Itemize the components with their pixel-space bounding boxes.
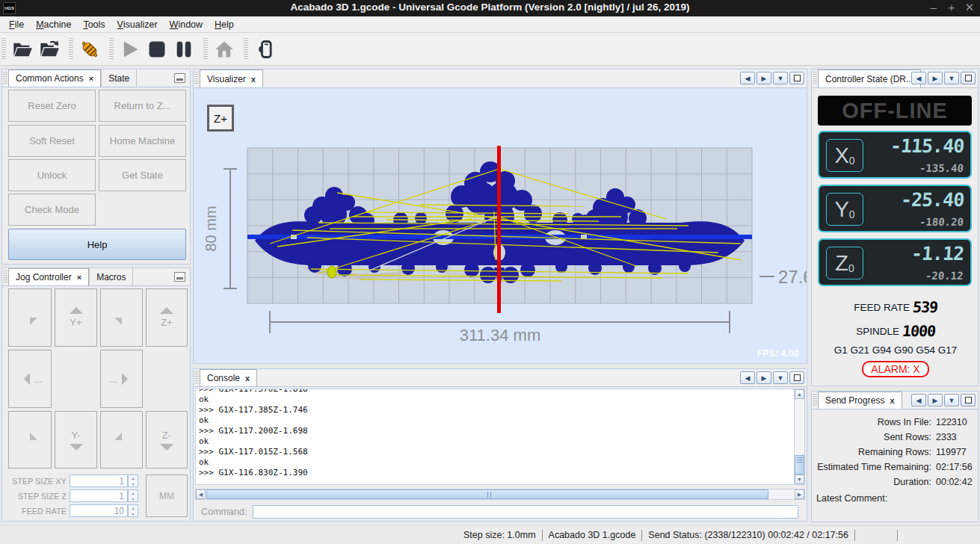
home-machine-button[interactable]: Home Machine	[99, 125, 186, 157]
panel-grip[interactable]	[813, 72, 817, 85]
view-z-plus-button[interactable]: Z+	[207, 105, 234, 132]
units-mm-button[interactable]: MM	[146, 475, 188, 517]
tab-close-icon[interactable]: ×	[89, 74, 93, 83]
reload-file-button[interactable]	[36, 36, 63, 63]
toolbar-drag-handle[interactable]	[203, 38, 208, 61]
menu-visualizer[interactable]: Visualizer	[111, 18, 164, 31]
console-horizontal-scrollbar[interactable]: ◀ ▶	[195, 489, 805, 500]
tab-controller-state[interactable]: Controller State (DR...	[818, 69, 921, 87]
tab-send-progress[interactable]: Send Progress x	[818, 392, 902, 409]
open-file-button[interactable]	[9, 36, 36, 63]
pendant-button[interactable]	[251, 36, 278, 63]
toolbar-drag-handle[interactable]	[69, 38, 73, 61]
jog-xy-diag-ne-button[interactable]	[100, 288, 143, 347]
connect-button[interactable]	[76, 36, 103, 63]
jog-y-minus-button[interactable]: Y-	[55, 411, 97, 469]
menu-help[interactable]: Help	[209, 18, 240, 31]
menu-file[interactable]: File	[3, 18, 30, 31]
maximize-panel-icon[interactable]	[961, 72, 976, 84]
scroll-tabs-left-icon[interactable]: ◀	[911, 72, 926, 84]
scroll-tabs-left-icon[interactable]: ◀	[740, 371, 755, 384]
jog-x-minus-button[interactable]: ...	[8, 350, 52, 408]
minimize-panel-icon[interactable]	[174, 272, 185, 282]
scroll-up-icon[interactable]: ▲	[795, 389, 804, 399]
tab-macros[interactable]: Macros	[89, 268, 133, 285]
panel-grip[interactable]	[3, 271, 7, 283]
jog-xy-diag-nw-button[interactable]	[8, 288, 52, 347]
return-to-zero-button[interactable]: Return to Z...	[99, 90, 186, 122]
tab-list-dropdown-icon[interactable]: ▼	[944, 394, 959, 407]
home-machine-button[interactable]	[211, 36, 238, 63]
scroll-tabs-left-icon[interactable]: ◀	[911, 394, 926, 407]
menu-tools[interactable]: Tools	[77, 18, 111, 31]
menu-window[interactable]: Window	[164, 18, 209, 31]
feed-rate-input[interactable]	[70, 504, 128, 517]
console-line: ok	[199, 415, 794, 426]
scroll-tabs-left-icon[interactable]: ◀	[740, 72, 755, 84]
scroll-down-icon[interactable]: ▼	[795, 475, 804, 484]
scroll-right-icon[interactable]: ▶	[795, 489, 804, 499]
y-axis-zero-button[interactable]: Y0	[826, 193, 863, 226]
scrollbar-thumb[interactable]	[206, 489, 768, 499]
jog-x-plus-button[interactable]: ...	[100, 350, 143, 408]
tab-console[interactable]: Console x	[200, 369, 257, 386]
tab-visualizer[interactable]: Visualizer x	[200, 69, 263, 87]
play-button[interactable]	[117, 36, 144, 63]
menu-machine[interactable]: Machine	[30, 18, 77, 31]
panel-grip[interactable]	[194, 371, 199, 384]
tab-close-icon[interactable]: x	[245, 374, 250, 383]
maximize-panel-icon[interactable]	[789, 72, 804, 84]
console-output[interactable]: >>> G1X-117.570Z-1.818 ok >>> G1X-117.38…	[195, 389, 795, 485]
z-axis-zero-button[interactable]: Z0	[826, 247, 863, 279]
tab-list-dropdown-icon[interactable]: ▼	[773, 72, 788, 84]
toolbar-drag-handle[interactable]	[1, 38, 6, 61]
panel-grip[interactable]	[194, 72, 199, 85]
scroll-tabs-right-icon[interactable]: ▶	[928, 394, 943, 407]
tab-common-actions[interactable]: Common Actions ×	[8, 69, 101, 87]
pause-button[interactable]	[170, 36, 197, 63]
maximize-button[interactable]: +	[944, 1, 959, 13]
jog-xy-diag-sw-button[interactable]	[8, 411, 52, 469]
toolbar-drag-handle[interactable]	[109, 38, 114, 61]
maximize-panel-icon[interactable]	[789, 371, 804, 384]
step-size-z-input[interactable]	[70, 489, 128, 502]
scrollbar-thumb[interactable]	[795, 455, 804, 475]
tab-jog-controller[interactable]: Jog Controller ×	[8, 268, 89, 285]
command-input[interactable]	[253, 505, 798, 519]
feed-rate-stepper[interactable]: ▲▼	[128, 504, 138, 517]
tab-list-dropdown-icon[interactable]: ▼	[944, 72, 959, 84]
scroll-left-icon[interactable]: ◀	[196, 489, 206, 499]
scroll-tabs-right-icon[interactable]: ▶	[756, 371, 771, 384]
unlock-button[interactable]: Unlock	[8, 159, 96, 191]
panel-grip[interactable]	[3, 72, 7, 84]
jog-y-plus-button[interactable]: Y+	[55, 288, 97, 347]
tab-state[interactable]: State	[101, 69, 137, 87]
x-axis-zero-button[interactable]: X0	[826, 139, 863, 172]
tab-close-icon[interactable]: x	[890, 396, 894, 405]
minimize-panel-icon[interactable]	[174, 73, 185, 83]
get-state-button[interactable]: Get State	[99, 159, 186, 191]
step-size-xy-input[interactable]	[70, 475, 128, 487]
stop-button[interactable]	[144, 36, 170, 63]
visualizer-canvas[interactable]: 80 mm 311.34 mm 27.68 Z+ FPS: 4.00	[194, 88, 807, 363]
scroll-tabs-right-icon[interactable]: ▶	[756, 72, 771, 84]
minimize-button[interactable]: –	[926, 1, 941, 13]
toolbar-drag-handle[interactable]	[244, 38, 248, 61]
step-size-xy-stepper[interactable]: ▲▼	[128, 475, 138, 487]
panel-grip[interactable]	[813, 394, 817, 407]
jog-z-plus-button[interactable]: Z+	[146, 288, 188, 347]
soft-reset-button[interactable]: Soft Reset	[8, 125, 96, 157]
maximize-panel-icon[interactable]	[961, 394, 976, 407]
jog-xy-diag-se-button[interactable]	[100, 411, 143, 469]
tab-close-icon[interactable]: ×	[77, 273, 81, 282]
tab-list-dropdown-icon[interactable]: ▼	[773, 371, 788, 384]
step-size-z-stepper[interactable]: ▲▼	[128, 489, 138, 502]
jog-z-minus-button[interactable]: Z-	[146, 411, 188, 469]
console-vertical-scrollbar[interactable]: ▲ ▼	[794, 389, 805, 485]
scroll-tabs-right-icon[interactable]: ▶	[928, 72, 943, 84]
help-button[interactable]: Help	[8, 229, 186, 260]
reset-zero-button[interactable]: Reset Zero	[8, 90, 96, 122]
close-button[interactable]: ✕	[962, 1, 977, 14]
tab-close-icon[interactable]: x	[251, 75, 256, 84]
check-mode-button[interactable]: Check Mode	[8, 194, 96, 226]
